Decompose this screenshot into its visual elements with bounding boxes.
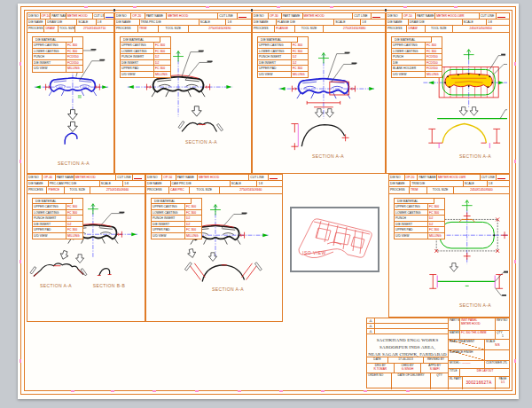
- drawing-title: DIE LAYOUT: [460, 369, 510, 376]
- cad-drawing-viewer: { "sheet": { "border_color": "#e07b26", …: [0, 0, 532, 408]
- revision-triangle-icon: ⚠: [367, 324, 375, 328]
- die-material-table: DIE MATERIAL UPPER CASTINGFC 300LOWER CA…: [151, 198, 202, 239]
- title-label: TITLE: [449, 369, 460, 376]
- company-name: SACHKHAND ENGG WORKS: [367, 337, 448, 344]
- die-material-row: U/D VIEWMILLING: [395, 233, 444, 239]
- model-value: ———: [462, 361, 471, 365]
- section-label: SECTION A-A: [185, 139, 217, 145]
- registration-tick: [195, 390, 199, 392]
- rl-part-no-value: 300216627A: [463, 377, 496, 389]
- date-row: DATE 17-06-2013 REVISED BY: [367, 357, 448, 364]
- customer-value: JTL: [503, 361, 507, 365]
- die-material-row: U/D VIEWMILLING: [152, 233, 201, 239]
- panel-join-mark: [385, 9, 387, 12]
- scale-value: N/S: [486, 344, 509, 348]
- registration-tick: [454, 6, 458, 8]
- panel-op50-cam-pierce: DIE NO OP-50 PART NAME METER HOOD CUT LI…: [145, 174, 283, 322]
- part-name-label: PART NAME: [449, 318, 460, 330]
- registration-tick: [514, 62, 516, 66]
- die-material-row: U/D VIEWMILLING: [392, 72, 442, 78]
- section-label: SECTION A-A: [58, 161, 90, 166]
- registration-tick: [403, 6, 407, 8]
- drg-by-name: R.TOMAR: [368, 368, 393, 372]
- registration-tick: [514, 359, 516, 363]
- material-row: MATERIAL FC 300 THK 0.8MM QTY1: [449, 331, 510, 340]
- qty2-value: 1: [497, 335, 509, 339]
- panel-join-mark: [113, 9, 115, 12]
- rl-part-no-label: RL PART NO: [449, 377, 463, 389]
- page-value: 1/1: [497, 381, 509, 385]
- registration-tick: [133, 6, 137, 8]
- revision-triangle-icon: ⚠: [367, 329, 375, 333]
- model-row: MODEL:- ——— CUSTOMER JTL: [449, 361, 510, 369]
- drg-by-cell: DRG BYR.TOMAR: [367, 364, 395, 373]
- model-cell: MODEL:- ———: [449, 361, 485, 368]
- registration-tick: [321, 390, 325, 392]
- section-label: SECTION A-A: [312, 153, 344, 159]
- rev-no-label: REV NO: [496, 318, 510, 330]
- panel-op10-draw-lwr: DIE NO OP-10 PART NAME METER HOOD LWR CU…: [386, 12, 510, 174]
- die-material-row: U/D VIEWMILLING: [33, 233, 82, 239]
- die-material-table: DIE MATERIAL UPPER CASTINGFC 300LOWER CA…: [32, 198, 83, 239]
- iso-view-label: ISO VIEW: [302, 250, 326, 255]
- chkd-by-name: G.SINGH: [395, 368, 420, 372]
- appd-by-name: S.SAIFI: [422, 368, 447, 372]
- section-label: SECTION A-A: [40, 283, 72, 288]
- material-value: FC 300 THK 0.8MM: [460, 331, 496, 339]
- part-no-row: RL PART NO 300216627A PAGE1/1: [449, 377, 510, 389]
- panel-op30-flange: DIE NO OP-30 PART NAME METER HOOD CUT LI…: [252, 12, 386, 174]
- section-label: SECTION A-A: [459, 302, 491, 308]
- order-row: ORDER NO DATE OF DELIVERY QTY: [367, 373, 448, 389]
- company-area: SAROORPUR INDS AREA,: [367, 344, 448, 351]
- date-value: 17-06-2013: [388, 357, 424, 363]
- revised-by-label: REVISED BY: [424, 357, 448, 363]
- registration-tick: [514, 160, 516, 163]
- registration-tick: [20, 160, 21, 163]
- qty2-cell: QTY1: [496, 331, 510, 339]
- section-label: SECTION A-A: [212, 286, 244, 292]
- order-no-label: ORDER NO: [367, 373, 392, 389]
- registration-tick: [71, 390, 74, 392]
- registration-tick: [406, 390, 410, 392]
- signatures-row: DRG BYR.TOMAR CHKD BYG.SINGH APPD BYS.SA…: [367, 364, 448, 373]
- registration-tick: [84, 6, 88, 8]
- die-material-table: DIE MATERIAL UPPER CASTINGFC 300LOWER CA…: [257, 36, 309, 78]
- die-material-table: DIE MATERIAL UPPER CASTINGFC 300LOWER CA…: [120, 36, 171, 78]
- title-row: TITLE DIE LAYOUT: [449, 369, 510, 377]
- section-label: SECTION A-A: [459, 153, 491, 159]
- date-label: DATE: [367, 357, 388, 363]
- delivery-date-label: DATE OF DELIVERY: [392, 373, 431, 389]
- plan-and-section-drawing: [27, 175, 145, 321]
- qty-label: QTY: [431, 373, 448, 389]
- die-material-table: DIE MATERIAL UPPER CASTINGFC 300LOWER CA…: [32, 36, 83, 73]
- registration-tick: [206, 6, 209, 8]
- plan-and-section-drawing: [146, 175, 282, 321]
- scale-cell: SCALEN/S: [485, 340, 510, 349]
- die-material-table: DIE MATERIAL UPPER CASTINGFC 300LOWER CA…: [394, 198, 445, 239]
- iso-view-drawing: [292, 208, 378, 271]
- die-material-table: DIE MATERIAL UPPER CASTINGFC 300LOWER CA…: [391, 36, 442, 78]
- registration-tick: [514, 260, 516, 263]
- part-name-value: INST PANELMETER HOOD: [460, 318, 496, 330]
- heat-treatment-row: HEAT TREATMENT SCALEN/S: [449, 340, 510, 350]
- panel-op40-pierce: DIE NO OP-40 PART NAME METER HOOD CUT LI…: [27, 174, 145, 322]
- plan-and-section-drawing: [389, 175, 509, 317]
- registration-tick: [20, 359, 21, 363]
- registration-tick: [330, 6, 333, 8]
- appd-by-cell: APPD BYS.SAIFI: [421, 364, 448, 373]
- registration-tick: [111, 390, 114, 392]
- iso-view-box: ISO VIEW: [290, 207, 379, 272]
- registration-tick: [279, 390, 283, 392]
- section-label: SECTION B-B: [93, 283, 125, 288]
- material-label: MATERIAL: [449, 331, 460, 339]
- surface-finish-row: SURFACE FINISH: [449, 350, 510, 361]
- registration-tick: [153, 390, 156, 392]
- die-material-row: U/D VIEWMILLING: [121, 72, 170, 78]
- registration-tick: [20, 62, 21, 66]
- die-material-row: U/D VIEWMILLING: [258, 72, 308, 78]
- registration-tick: [238, 390, 241, 392]
- part-name-row: PART NAME INST PANELMETER HOOD REV NO: [449, 318, 510, 331]
- panel-op20-trim-lwr: DIE NO OP-20 PART NAME METER HOOD LWR CU…: [388, 174, 510, 318]
- registration-tick: [20, 260, 21, 263]
- revision-triangle-icon: ⚠: [367, 318, 375, 323]
